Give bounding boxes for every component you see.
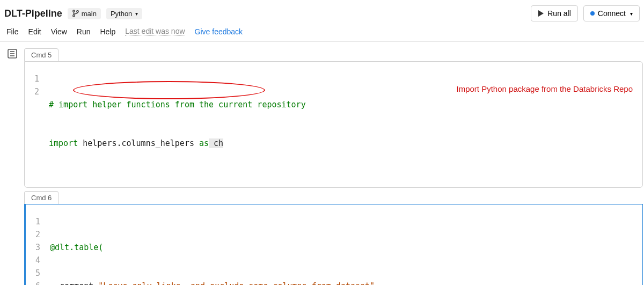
run-all-button[interactable]: Run all bbox=[531, 5, 578, 21]
connect-button[interactable]: Connect ▾ bbox=[583, 5, 640, 21]
language-selector[interactable]: Python ▾ bbox=[106, 8, 142, 19]
play-icon bbox=[538, 10, 544, 17]
notebook-title[interactable]: DLT-Pipeline bbox=[4, 8, 62, 19]
chevron-down-icon: ▾ bbox=[135, 11, 138, 17]
last-edit-status[interactable]: Last edit was now bbox=[125, 27, 185, 36]
code-lines[interactable]: # import helper functions from the curre… bbox=[49, 72, 306, 176]
header: DLT-Pipeline main Python ▾ Run all Conne… bbox=[0, 0, 644, 42]
run-all-label: Run all bbox=[547, 9, 571, 18]
chevron-down-icon: ▾ bbox=[630, 11, 633, 17]
line-gutter: 1 2 3 4 5 6 7 8 9 bbox=[35, 215, 50, 285]
status-dot-icon bbox=[590, 11, 595, 16]
give-feedback-link[interactable]: Give feedback bbox=[195, 27, 243, 36]
svg-point-1 bbox=[72, 15, 75, 17]
notebook-main: Cmd 5 1 2 # import helper functions from… bbox=[24, 42, 644, 285]
toc-icon[interactable] bbox=[7, 48, 18, 59]
language-label: Python bbox=[111, 10, 132, 18]
cell-label-cmd5[interactable]: Cmd 5 bbox=[24, 48, 58, 61]
menu-run[interactable]: Run bbox=[77, 27, 91, 36]
connect-label: Connect bbox=[598, 9, 626, 18]
branch-name: main bbox=[82, 10, 97, 18]
svg-point-0 bbox=[72, 10, 75, 12]
left-sidebar bbox=[0, 42, 24, 285]
menu-view[interactable]: View bbox=[51, 27, 67, 36]
git-branch-icon bbox=[72, 10, 79, 17]
menu-file[interactable]: File bbox=[6, 27, 19, 36]
cell-cmd6[interactable]: 1 2 3 4 5 6 7 8 9 @dlt.table( comment="L… bbox=[24, 204, 643, 285]
line-gutter: 1 2 bbox=[34, 72, 49, 176]
cell-cmd5[interactable]: 1 2 # import helper functions from the c… bbox=[24, 61, 643, 188]
code-lines[interactable]: @dlt.table( comment="Leave only links, a… bbox=[50, 215, 462, 285]
code-editor-cmd6[interactable]: 1 2 3 4 5 6 7 8 9 @dlt.table( comment="L… bbox=[35, 215, 633, 285]
menu-help[interactable]: Help bbox=[100, 27, 115, 36]
menu-bar: File Edit View Run Help Last edit was no… bbox=[4, 24, 640, 41]
git-branch-selector[interactable]: main bbox=[68, 8, 101, 19]
menu-edit[interactable]: Edit bbox=[28, 27, 41, 36]
header-top-row: DLT-Pipeline main Python ▾ Run all Conne… bbox=[4, 3, 640, 24]
annotation-text-import: Import Python package from the Databrick… bbox=[457, 84, 633, 93]
cell-label-cmd6[interactable]: Cmd 6 bbox=[24, 191, 58, 204]
svg-point-2 bbox=[76, 11, 78, 13]
